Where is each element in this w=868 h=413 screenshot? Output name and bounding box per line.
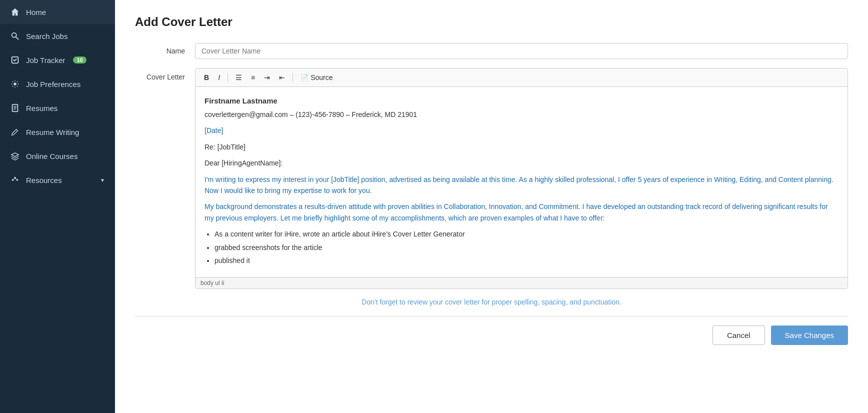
italic-label: I: [218, 74, 220, 82]
home-icon: [10, 7, 20, 17]
editor-bullet-3: published it: [214, 255, 838, 266]
svg-point-0: [12, 33, 16, 38]
search-icon: [10, 31, 20, 41]
resumes-icon: [10, 103, 20, 113]
cover-letter-editor: B I ☰ ≡ ⇥ ⇤ 📄: [195, 68, 848, 289]
sidebar-label-home: Home: [26, 8, 46, 16]
footer-buttons: Cancel Save Changes: [135, 326, 848, 345]
sidebar-label-resources: Resources: [26, 176, 62, 184]
name-label: Name: [135, 43, 195, 55]
ul-icon: ☰: [236, 74, 242, 82]
main-content: Add Cover Letter Name Cover Letter B I ☰: [115, 0, 868, 413]
bold-button[interactable]: B: [200, 72, 212, 84]
cover-letter-row: Cover Letter B I ☰ ≡ ⇥: [135, 68, 848, 289]
svg-point-3: [14, 82, 16, 85]
name-input[interactable]: [195, 43, 848, 59]
italic-button[interactable]: I: [214, 72, 224, 84]
cancel-button[interactable]: Cancel: [712, 326, 765, 345]
save-changes-button[interactable]: Save Changes: [771, 326, 848, 345]
sidebar-item-job-tracker[interactable]: Job Tracker 10: [0, 48, 115, 72]
sidebar-label-resume-writing: Resume Writing: [26, 128, 79, 136]
editor-name: Firstname Lastname: [204, 95, 838, 107]
toolbar-divider-2: [292, 73, 293, 82]
editor-bullet-list: As a content writer for iHire, wrote an …: [214, 228, 838, 266]
indent-button[interactable]: ⇥: [260, 72, 274, 84]
editor-dear: Dear [HiringAgentName]:: [204, 158, 838, 168]
cover-letter-label: Cover Letter: [135, 68, 195, 81]
writing-icon: [10, 127, 20, 137]
indent-icon: ⇥: [264, 74, 270, 82]
editor-contact: coverlettergen@gmail.com – (123)-456-789…: [204, 109, 838, 120]
editor-date: [Date]: [204, 125, 838, 136]
source-icon: 📄: [300, 74, 308, 82]
sidebar-item-search-jobs[interactable]: Search Jobs: [0, 24, 115, 48]
ordered-list-button[interactable]: ≡: [248, 72, 258, 84]
sidebar-label-job-tracker: Job Tracker: [26, 56, 65, 64]
preferences-icon: [10, 79, 20, 89]
sidebar-item-online-courses[interactable]: Online Courses: [0, 144, 115, 168]
editor-toolbar: B I ☰ ≡ ⇥ ⇤ 📄: [196, 68, 848, 87]
editor-bullet-2: grabbed screenshots for the article: [214, 242, 838, 253]
sidebar-label-search-jobs: Search Jobs: [26, 32, 68, 40]
sidebar: Home Search Jobs Job Tracker 10 Job Pref…: [0, 0, 115, 413]
source-label: Source: [310, 74, 332, 82]
editor-para1: I'm writing to express my interest in yo…: [204, 174, 838, 196]
editor-body[interactable]: Firstname Lastname coverlettergen@gmail.…: [196, 87, 848, 277]
ol-icon: ≡: [251, 74, 255, 82]
toolbar-divider-1: [228, 73, 228, 82]
source-button[interactable]: 📄 Source: [297, 72, 336, 84]
name-row: Name: [135, 43, 848, 59]
svg-point-8: [12, 179, 14, 181]
sidebar-label-resumes: Resumes: [26, 104, 58, 112]
divider: [135, 316, 848, 316]
sidebar-item-job-preferences[interactable]: Job Preferences: [0, 72, 115, 96]
svg-line-1: [16, 37, 18, 40]
sidebar-item-resume-writing[interactable]: Resume Writing: [0, 120, 115, 144]
editor-statusbar: body ul li: [196, 277, 848, 288]
sidebar-label-job-preferences: Job Preferences: [26, 80, 80, 88]
sidebar-item-home[interactable]: Home: [0, 0, 115, 24]
sidebar-item-resources[interactable]: Resources ▼: [0, 168, 115, 192]
sidebar-label-online-courses: Online Courses: [26, 152, 78, 160]
job-tracker-badge: 10: [73, 56, 86, 64]
sidebar-item-resumes[interactable]: Resumes: [0, 96, 115, 120]
hint-text: Don't forget to review your cover letter…: [135, 298, 848, 306]
svg-line-12: [16, 178, 16, 180]
editor-para2: My background demonstrates a results-dri…: [204, 201, 838, 224]
editor-re: Re: [JobTitle]: [204, 142, 838, 152]
svg-line-11: [14, 178, 14, 180]
editor-bullet-1: As a content writer for iHire, wrote an …: [214, 228, 838, 240]
page-title: Add Cover Letter: [135, 15, 848, 29]
unordered-list-button[interactable]: ☰: [232, 72, 246, 84]
outdent-button[interactable]: ⇤: [276, 72, 288, 84]
courses-icon: [10, 151, 20, 161]
tracker-icon: [10, 55, 20, 65]
resources-dropdown-icon: ▼: [100, 178, 105, 183]
svg-point-10: [16, 179, 18, 181]
outdent-icon: ⇤: [279, 74, 285, 82]
resources-icon: [10, 175, 20, 185]
